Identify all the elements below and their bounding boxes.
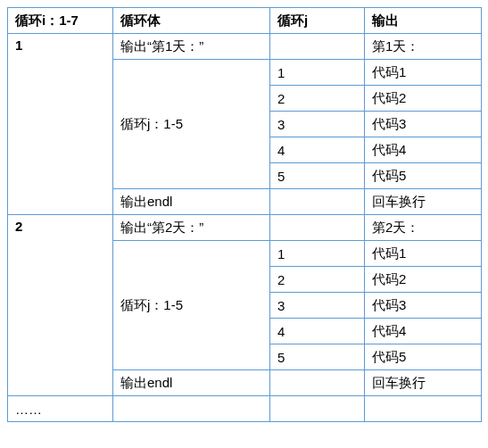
cell-j: 3 (270, 112, 365, 137)
cell-j (270, 34, 365, 60)
cell-output: 回车换行 (365, 370, 482, 396)
cell-output: 代码1 (365, 241, 482, 267)
cell-empty (270, 396, 365, 422)
cell-empty (113, 396, 270, 422)
ellipsis-row: …… (8, 396, 482, 422)
cell-j: 2 (270, 86, 365, 112)
cell-i-value: 2 (8, 215, 113, 396)
cell-j (270, 215, 365, 241)
cell-output: 代码5 (365, 163, 482, 189)
header-col-output: 输出 (365, 8, 482, 34)
table-row: 2 输出“第2天：” 第2天： (8, 215, 482, 241)
header-col-j: 循环j (270, 8, 365, 34)
cell-j: 4 (270, 319, 365, 344)
cell-j (270, 189, 365, 215)
cell-output: 代码5 (365, 344, 482, 370)
cell-output: 代码3 (365, 112, 482, 137)
cell-output: 回车换行 (365, 189, 482, 215)
cell-j: 5 (270, 344, 365, 370)
cell-output: 第2天： (365, 215, 482, 241)
header-row: 循环i：1-7 循环体 循环j 输出 (8, 8, 482, 34)
cell-body: 输出“第2天：” (113, 215, 270, 241)
table-row: 1 输出“第1天：” 第1天： (8, 34, 482, 60)
cell-ellipsis: …… (8, 396, 113, 422)
cell-output: 代码2 (365, 86, 482, 112)
cell-i-value: 1 (8, 34, 113, 215)
cell-body: 输出endl (113, 370, 270, 396)
header-col-i: 循环i：1-7 (8, 8, 113, 34)
cell-output: 代码1 (365, 60, 482, 86)
cell-output: 代码4 (365, 137, 482, 163)
cell-j: 4 (270, 137, 365, 163)
cell-output: 代码3 (365, 293, 482, 319)
cell-body: 输出“第1天：” (113, 34, 270, 60)
cell-output: 代码4 (365, 319, 482, 344)
loop-trace-table: 循环i：1-7 循环体 循环j 输出 1 输出“第1天：” 第1天： 循环j：1… (7, 7, 482, 422)
cell-j: 1 (270, 241, 365, 267)
cell-empty (365, 396, 482, 422)
cell-output: 代码2 (365, 267, 482, 293)
cell-j: 1 (270, 60, 365, 86)
cell-j: 5 (270, 163, 365, 189)
cell-output: 第1天： (365, 34, 482, 60)
cell-j (270, 370, 365, 396)
cell-j: 2 (270, 267, 365, 293)
header-col-body: 循环体 (113, 8, 270, 34)
cell-j: 3 (270, 293, 365, 319)
cell-body: 输出endl (113, 189, 270, 215)
cell-inner-loop-label: 循环j：1-5 (113, 241, 270, 370)
cell-inner-loop-label: 循环j：1-5 (113, 60, 270, 189)
